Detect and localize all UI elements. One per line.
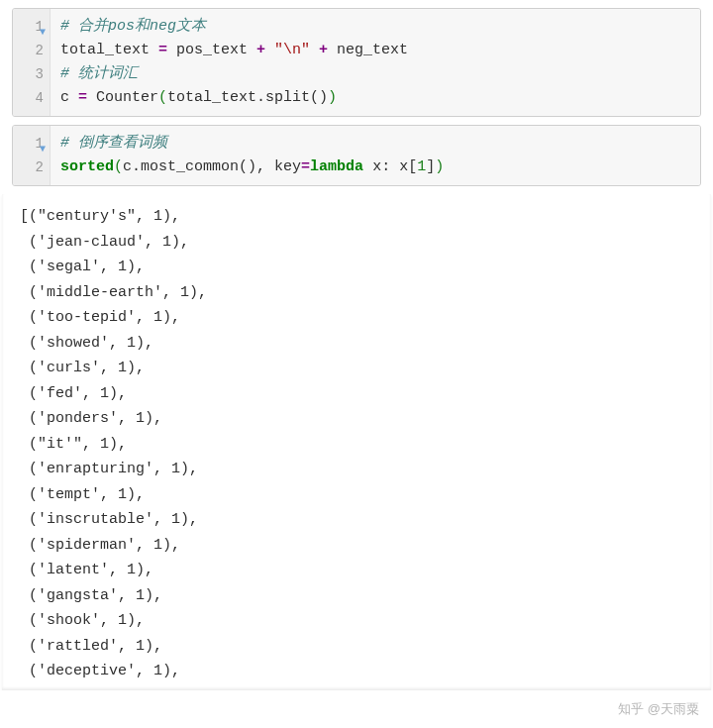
code-text: c (60, 89, 78, 106)
operator: = (158, 42, 167, 58)
code-text: x: x (363, 158, 408, 175)
line-number: 1▼ (19, 132, 44, 156)
ln-text: 2 (36, 159, 44, 175)
line-number: 3 (19, 62, 44, 86)
code-editor[interactable]: # 合并pos和neg文本 total_text = pos_text + "\… (51, 9, 700, 116)
paren: ( (114, 158, 123, 175)
code-text: , key (256, 158, 301, 175)
code-cell-1[interactable]: 1▼ 2 3 4 # 合并pos和neg文本 total_text = pos_… (12, 8, 701, 117)
gutter: 1▼ 2 3 4 (13, 9, 51, 116)
number: 1 (417, 158, 426, 175)
operator: = (301, 158, 310, 175)
paren: ) (435, 158, 444, 175)
gutter: 1▼ 2 (13, 126, 51, 185)
comment: # 统计词汇 (60, 65, 138, 82)
output-area: [("century's", 1), ('jean-claud', 1), ('… (2, 194, 711, 690)
code-text: total_text (60, 42, 158, 58)
operator: = (78, 89, 87, 106)
ln-text: 3 (36, 66, 44, 82)
line-number: 2 (19, 39, 44, 62)
code-text: pos_text (167, 42, 256, 58)
paren: ) (328, 89, 337, 106)
keyword: lambda (310, 158, 363, 175)
operator: + (256, 42, 265, 58)
operator: + (319, 42, 328, 58)
line-number: 2 (19, 156, 44, 179)
paren: () (239, 158, 256, 175)
code-area: 1▼ 2 3 4 # 合并pos和neg文本 total_text = pos_… (13, 9, 700, 116)
paren: () (310, 89, 328, 106)
code-text: total_text.split (167, 89, 310, 106)
bracket: ] (426, 158, 435, 175)
string: "\n" (265, 42, 319, 58)
code-text: neg_text (328, 42, 408, 58)
code-text: c.most_common (123, 158, 239, 175)
line-number: 1▼ (19, 15, 44, 39)
comment: # 合并pos和neg文本 (60, 18, 206, 35)
line-number: 4 (19, 86, 44, 110)
comment: # 倒序查看词频 (60, 135, 167, 152)
bracket: [ (408, 158, 417, 175)
code-cell-2[interactable]: 1▼ 2 # 倒序查看词频 sorted(c.most_common(), ke… (12, 125, 701, 186)
code-text: Counter (87, 89, 158, 106)
ln-text: 2 (36, 43, 44, 58)
paren: ( (158, 89, 167, 106)
ln-text: 4 (36, 90, 44, 106)
builtin: sorted (60, 158, 114, 175)
code-editor[interactable]: # 倒序查看词频 sorted(c.most_common(), key=lam… (51, 126, 700, 185)
code-area: 1▼ 2 # 倒序查看词频 sorted(c.most_common(), ke… (13, 126, 700, 185)
